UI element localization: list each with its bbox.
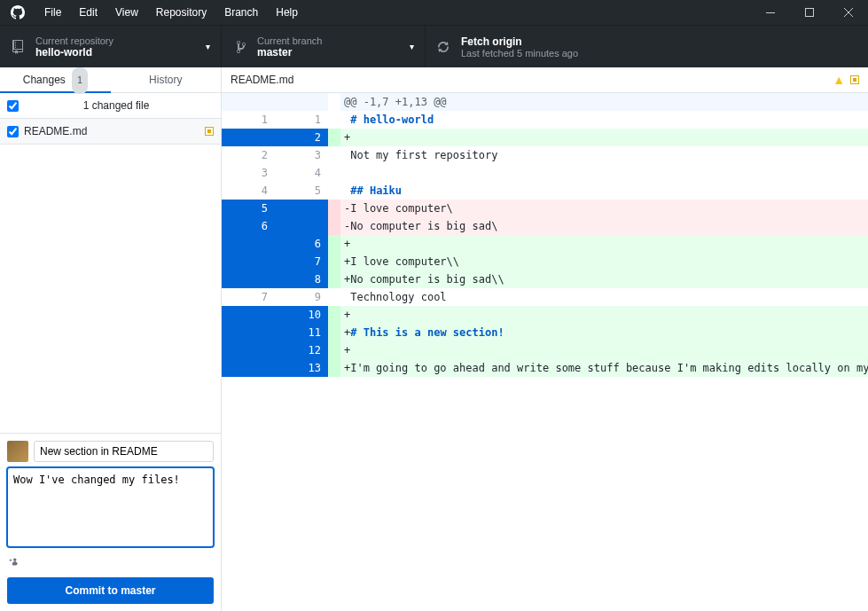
fetch-button[interactable]: Fetch origin Last fetched 5 minutes ago xyxy=(426,26,868,67)
diff-header: README.md ▲ xyxy=(222,67,868,93)
gutter-new: 12 xyxy=(275,341,328,359)
menu-file[interactable]: File xyxy=(35,1,70,24)
diff-marker xyxy=(328,217,340,235)
svg-rect-1 xyxy=(806,9,814,17)
repo-selector[interactable]: Current repository hello-world ▾ xyxy=(0,26,222,67)
diff-line[interactable]: @@ -1,7 +1,13 @@ xyxy=(222,93,868,111)
diff-marker xyxy=(328,359,340,377)
tab-changes[interactable]: Changes 1 xyxy=(0,67,111,93)
diff-marker xyxy=(328,164,340,182)
gutter-old xyxy=(222,253,275,270)
file-list-item[interactable]: README.md xyxy=(0,119,221,145)
diff-line[interactable]: 5-I love computer\ xyxy=(222,200,868,217)
repo-icon xyxy=(11,40,28,54)
sidebar: Changes 1 History 1 changed file README.… xyxy=(0,67,222,611)
toolbar: Current repository hello-world ▾ Current… xyxy=(0,25,868,67)
diff-line[interactable]: 11 # hello-world xyxy=(222,111,868,129)
gutter-old xyxy=(222,93,275,111)
gutter-new xyxy=(275,217,328,235)
diff-line-content: +I'm going to go ahead and write some st… xyxy=(340,359,868,377)
diff-line-content: + xyxy=(340,235,868,253)
diff-line[interactable]: 45 ## Haiku xyxy=(222,182,868,200)
diff-line[interactable]: 11+# This is a new section! xyxy=(222,324,868,341)
branch-icon xyxy=(232,40,250,54)
diff-line-content: -I love computer\ xyxy=(340,200,868,217)
commit-form: Commit to master xyxy=(0,433,221,611)
changed-files-label: 1 changed file xyxy=(19,99,214,112)
diff-line-content: +No computer is big sad\\ xyxy=(340,270,868,288)
gutter-old xyxy=(222,270,275,288)
diff-marker xyxy=(328,270,340,288)
diff-marker xyxy=(328,146,340,164)
sync-icon xyxy=(436,40,454,54)
diff-line[interactable]: 13+I'm going to go ahead and write some … xyxy=(222,359,868,377)
diff-marker xyxy=(328,341,340,359)
diff-marker xyxy=(328,182,340,200)
commit-summary-input[interactable] xyxy=(34,441,214,462)
commit-description-input[interactable] xyxy=(7,467,214,547)
diff-line[interactable]: 34 xyxy=(222,164,868,182)
tab-history[interactable]: History xyxy=(111,67,222,93)
diff-line[interactable]: 6+ xyxy=(222,235,868,253)
diff-marker xyxy=(328,253,340,270)
diff-line[interactable]: 12+ xyxy=(222,341,868,359)
gutter-new: 11 xyxy=(275,324,328,341)
file-checkbox[interactable] xyxy=(7,126,19,137)
chevron-down-icon: ▾ xyxy=(206,42,210,51)
diff-line[interactable]: 10+ xyxy=(222,306,868,324)
gutter-new: 6 xyxy=(275,235,328,253)
diff-line[interactable]: 79 Technology cool xyxy=(222,288,868,306)
fetch-label: Fetch origin xyxy=(461,35,857,48)
diff-line[interactable]: 7+I love computer\\ xyxy=(222,253,868,270)
diff-body[interactable]: @@ -1,7 +1,13 @@11 # hello-world2+23 Not… xyxy=(222,93,868,377)
gutter-new: 9 xyxy=(275,288,328,306)
diff-marker xyxy=(328,129,340,146)
diff-line-content: + xyxy=(340,306,868,324)
gutter-new: 1 xyxy=(275,111,328,129)
gutter-old xyxy=(222,129,275,146)
menu-edit[interactable]: Edit xyxy=(70,1,106,24)
svg-rect-0 xyxy=(766,12,775,13)
gutter-old: 5 xyxy=(222,200,275,217)
menu-branch[interactable]: Branch xyxy=(215,1,267,24)
select-all-checkbox[interactable] xyxy=(7,100,19,112)
diff-line-content: Not my first repository xyxy=(340,146,868,164)
window-controls xyxy=(751,0,868,25)
branch-value: master xyxy=(257,46,410,59)
diff-line[interactable]: 2+ xyxy=(222,129,868,146)
gutter-old: 1 xyxy=(222,111,275,129)
commit-button[interactable]: Commit to master xyxy=(7,577,214,604)
diff-marker xyxy=(328,324,340,341)
gutter-new: 4 xyxy=(275,164,328,182)
diff-line[interactable]: 8+No computer is big sad\\ xyxy=(222,270,868,288)
modified-icon xyxy=(205,127,214,136)
minimize-button[interactable] xyxy=(751,0,790,25)
gutter-old: 6 xyxy=(222,217,275,235)
gutter-old xyxy=(222,359,275,377)
gutter-new: 2 xyxy=(275,129,328,146)
diff-marker xyxy=(328,306,340,324)
menu-view[interactable]: View xyxy=(106,1,147,24)
diff-line[interactable]: 6-No computer is big sad\ xyxy=(222,217,868,235)
avatar xyxy=(7,441,28,462)
diff-panel: README.md ▲ @@ -1,7 +1,13 @@11 # hello-w… xyxy=(222,67,868,611)
commit-button-branch: master xyxy=(121,584,155,597)
menu-repository[interactable]: Repository xyxy=(147,1,215,24)
diff-line-content: + xyxy=(340,129,868,146)
diff-filename: README.md xyxy=(231,74,833,86)
diff-line-content: +I love computer\\ xyxy=(340,253,868,270)
diff-line[interactable]: 23 Not my first repository xyxy=(222,146,868,164)
maximize-button[interactable] xyxy=(790,0,829,25)
add-coauthors-icon[interactable] xyxy=(7,555,214,570)
gutter-old xyxy=(222,306,275,324)
diff-line-content: -No computer is big sad\ xyxy=(340,217,868,235)
gutter-old xyxy=(222,235,275,253)
menu-help[interactable]: Help xyxy=(267,1,307,24)
diff-line-content: + xyxy=(340,341,868,359)
branch-selector[interactable]: Current branch master ▾ xyxy=(222,26,426,67)
gutter-new: 8 xyxy=(275,270,328,288)
diff-marker xyxy=(328,288,340,306)
diff-marker xyxy=(328,200,340,217)
close-button[interactable] xyxy=(829,0,868,25)
repo-value: hello-world xyxy=(35,46,206,59)
